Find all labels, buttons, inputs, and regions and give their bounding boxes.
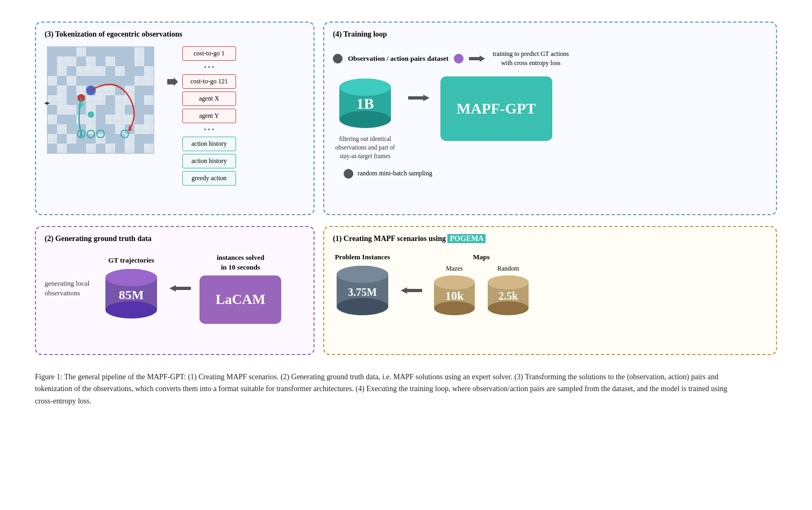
svg-text:85M: 85M — [119, 288, 144, 302]
sampling-circle — [344, 169, 353, 179]
svg-rect-38 — [134, 95, 144, 105]
svg-marker-100 — [401, 287, 422, 294]
svg-rect-49 — [134, 115, 144, 124]
obs-label: Observation / action pairs dataset — [348, 54, 448, 63]
svg-point-91 — [105, 301, 157, 318]
panel-3-title: (3) Tokenization of egocentric observati… — [45, 30, 305, 39]
svg-rect-22 — [57, 76, 67, 86]
arrow-right-svg — [408, 93, 430, 103]
svg-rect-54 — [105, 124, 115, 134]
svg-rect-16 — [144, 56, 154, 66]
panel-2: (2) Generating ground truth data generat… — [35, 226, 315, 355]
svg-rect-12 — [76, 56, 86, 66]
svg-marker-81 — [167, 77, 178, 86]
obs-circle-dark — [333, 54, 343, 63]
lacam-box: LaCAM — [200, 275, 281, 324]
token-dots-2: • • • — [182, 126, 236, 134]
svg-rect-5 — [86, 47, 96, 56]
panel-4: (4) Training loop Observation / action p… — [323, 22, 777, 215]
svg-rect-48 — [96, 115, 105, 124]
svg-rect-50 — [47, 124, 57, 134]
svg-text:2.5k: 2.5k — [498, 290, 518, 302]
panel-2-title: (2) Generating ground truth data — [45, 235, 305, 243]
cylinder-random-svg: 2.5k — [485, 274, 532, 317]
arrow-maps-to-375m — [401, 264, 422, 317]
grid-to-tokens-arrow — [167, 76, 178, 87]
svg-rect-59 — [105, 134, 115, 144]
caption-text: Figure 1: The general pipeline of the MA… — [35, 373, 728, 405]
panel-4-title: (4) Training loop — [333, 30, 767, 39]
random-sampling-row: random mini-batch sampling — [344, 169, 767, 179]
token-cost-to-go-1: cost-to-go 1 — [182, 46, 236, 61]
svg-text:10k: 10k — [445, 289, 464, 302]
maps-section: Maps Mazes 10k — [431, 253, 532, 317]
maps-cylinders: Mazes 10k R — [431, 265, 532, 317]
cylinder-85m-svg: 85M — [102, 267, 161, 321]
token-action-history-2: action history — [182, 154, 236, 168]
token-greedy-action: greedy action — [182, 171, 236, 186]
problem-instances-label: Problem Instances — [335, 253, 390, 261]
cylinder-1b: 1B — [336, 76, 395, 130]
svg-marker-88 — [408, 95, 430, 101]
panel-2-title-text: (2) Generating ground truth data — [45, 235, 152, 243]
grid-visual — [45, 44, 163, 162]
svg-point-98 — [337, 266, 388, 283]
grid-area: cost-to-go 1 • • • cost-to-go 121 agent … — [45, 44, 305, 186]
svg-point-92 — [105, 269, 157, 286]
svg-rect-34 — [144, 86, 154, 95]
svg-rect-7 — [105, 47, 115, 56]
svg-rect-2 — [47, 47, 57, 56]
panel-1-content: Problem Instances 3.75M — [333, 249, 767, 317]
svg-rect-18 — [67, 66, 76, 76]
svg-marker-82 — [469, 55, 485, 62]
3-75m-section: Problem Instances 3.75M — [333, 253, 392, 317]
svg-point-108 — [488, 301, 529, 315]
svg-text:3.75M: 3.75M — [348, 286, 377, 298]
svg-rect-30 — [67, 86, 76, 95]
bottom-row: (2) Generating ground truth data generat… — [35, 226, 777, 355]
arrow-to-mapfgpt — [469, 53, 485, 64]
svg-rect-15 — [125, 56, 134, 66]
svg-rect-25 — [96, 76, 105, 86]
svg-rect-35 — [67, 95, 76, 105]
training-content: Observation / action pairs dataset train… — [333, 44, 767, 179]
svg-rect-9 — [125, 47, 134, 56]
svg-rect-28 — [125, 76, 134, 86]
gt-trajectories-label: GT trajectories — [108, 256, 154, 265]
mazes-section: Mazes 10k — [431, 265, 478, 317]
svg-rect-11 — [47, 56, 57, 66]
arrow-lacam-to-85m — [169, 283, 191, 294]
panel-1-title-prefix: (1) Creating MAPF scenarios using — [333, 235, 447, 243]
svg-rect-8 — [115, 47, 125, 56]
pogema-highlight: POGEMA — [447, 234, 486, 243]
diagram-area: (3) Tokenization of egocentric observati… — [35, 22, 777, 355]
svg-rect-3 — [57, 47, 67, 56]
svg-rect-10 — [144, 47, 154, 56]
svg-rect-19 — [105, 66, 115, 76]
token-agent-y: agent Y — [182, 109, 236, 123]
svg-point-85 — [339, 111, 391, 128]
random-sampling-text: random mini-batch sampling — [358, 169, 432, 178]
instances-text: instances solved in 10 seconds — [213, 253, 267, 272]
svg-rect-21 — [134, 66, 144, 76]
svg-rect-46 — [57, 115, 67, 124]
svg-rect-20 — [125, 66, 134, 76]
svg-rect-65 — [76, 144, 86, 153]
svg-rect-51 — [67, 124, 76, 134]
svg-rect-6 — [96, 47, 105, 56]
svg-point-103 — [434, 301, 475, 315]
panel-4-title-text: (4) Training loop — [333, 30, 387, 38]
cylinder-375m-svg: 3.75M — [333, 264, 392, 317]
svg-rect-62 — [144, 134, 154, 144]
svg-rect-33 — [134, 86, 144, 95]
figure-caption: Figure 1: The general pipeline of the MA… — [35, 371, 734, 407]
svg-rect-61 — [134, 134, 144, 144]
svg-rect-13 — [96, 56, 105, 66]
svg-rect-37 — [105, 95, 115, 105]
cylinder-mazes-svg: 10k — [431, 274, 478, 317]
1b-section: 1B filtering out identical observations … — [333, 76, 397, 160]
svg-marker-94 — [169, 285, 191, 292]
svg-rect-64 — [67, 144, 76, 153]
training-to-predict-text: training to predict GT actions with cros… — [490, 49, 571, 68]
svg-rect-4 — [67, 47, 76, 56]
